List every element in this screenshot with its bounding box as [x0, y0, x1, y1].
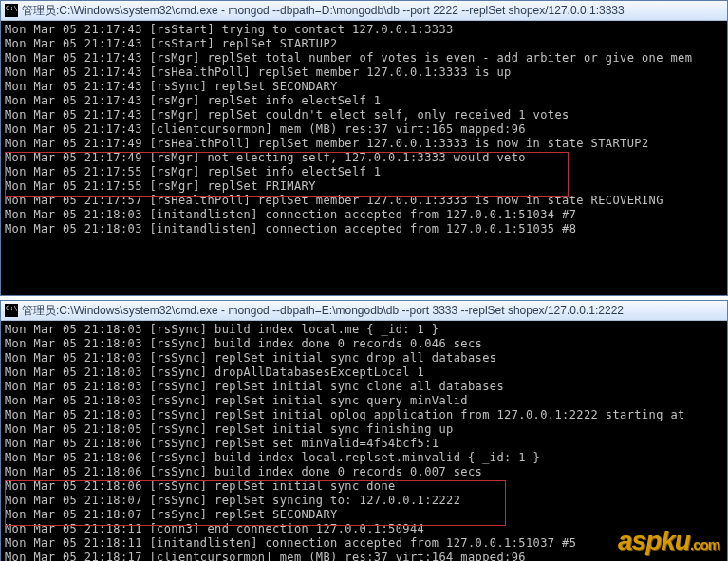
cmd-icon [5, 4, 18, 17]
titlebar-1[interactable]: 管理员: C:\Windows\system32\cmd.exe - mongo… [1, 1, 727, 21]
log-line: Mon Mar 05 21:17:49 [rsHealthPoll] replS… [5, 137, 725, 151]
log-line: Mon Mar 05 21:18:06 [rsSync] replSet set… [5, 437, 725, 451]
log-line: Mon Mar 05 21:18:11 [initandlisten] conn… [5, 536, 725, 551]
log-line: Mon Mar 05 21:18:17 [clientcursormon] me… [5, 551, 725, 561]
log-line: Mon Mar 05 21:17:43 [rsMgr] replSet info… [5, 94, 725, 108]
title-path-2: C:\Windows\system32\cmd.exe - mongod --d… [59, 304, 624, 317]
console-output-1[interactable]: Mon Mar 05 21:17:43 [rsStart] trying to … [1, 21, 727, 295]
console-output-2[interactable]: Mon Mar 05 21:18:03 [rsSync] build index… [1, 321, 727, 561]
log-line: Mon Mar 05 21:17:43 [rsStart] replSet ST… [5, 37, 725, 51]
log-line: Mon Mar 05 21:17:49 [rsMgr] not electing… [5, 151, 725, 165]
log-line: Mon Mar 05 21:17:43 [rsSync] replSet SEC… [5, 80, 725, 94]
titlebar-2[interactable]: 管理员: C:\Windows\system32\cmd.exe - mongo… [1, 301, 727, 321]
title-path-1: C:\Windows\system32\cmd.exe - mongod --d… [59, 4, 624, 17]
log-line: Mon Mar 05 21:17:43 [rsMgr] replSet tota… [5, 51, 725, 65]
log-line: Mon Mar 05 21:18:06 [rsSync] replSet ini… [5, 479, 725, 494]
log-line: Mon Mar 05 21:18:07 [rsSync] replSet syn… [5, 494, 725, 508]
title-prefix-2: 管理员: [22, 303, 59, 319]
log-line: Mon Mar 05 21:18:03 [initandlisten] conn… [5, 208, 725, 222]
log-line: Mon Mar 05 21:18:11 [conn3] end connecti… [5, 522, 725, 536]
log-line: Mon Mar 05 21:18:03 [rsSync] build index… [5, 337, 725, 351]
title-prefix-1: 管理员: [22, 3, 59, 19]
log-line: Mon Mar 05 21:17:55 [rsMgr] replSet PRIM… [5, 179, 725, 194]
log-line: Mon Mar 05 21:17:57 [rsHealthPoll] replS… [5, 194, 725, 208]
log-line: Mon Mar 05 21:17:43 [rsMgr] replSet coul… [5, 108, 725, 122]
log-line: Mon Mar 05 21:18:06 [rsSync] build index… [5, 451, 725, 465]
terminal-window-2: 管理员: C:\Windows\system32\cmd.exe - mongo… [0, 300, 728, 561]
log-line: Mon Mar 05 21:17:43 [rsHealthPoll] replS… [5, 65, 725, 80]
log-line: Mon Mar 05 21:18:03 [initandlisten] conn… [5, 222, 725, 236]
log-line: Mon Mar 05 21:18:03 [rsSync] replSet ini… [5, 351, 725, 365]
log-line: Mon Mar 05 21:18:03 [rsSync] replSet ini… [5, 394, 725, 408]
log-line: Mon Mar 05 21:17:43 [clientcursormon] me… [5, 122, 725, 137]
log-line: Mon Mar 05 21:18:03 [rsSync] dropAllData… [5, 365, 725, 380]
log-line: Mon Mar 05 21:18:06 [rsSync] build index… [5, 465, 725, 479]
log-line: Mon Mar 05 21:18:03 [rsSync] replSet ini… [5, 380, 725, 394]
log-line: Mon Mar 05 21:18:07 [rsSync] replSet SEC… [5, 508, 725, 522]
log-line: Mon Mar 05 21:18:03 [rsSync] build index… [5, 323, 725, 337]
terminal-window-1: 管理员: C:\Windows\system32\cmd.exe - mongo… [0, 0, 728, 296]
log-line: Mon Mar 05 21:17:43 [rsStart] trying to … [5, 23, 725, 37]
log-line: Mon Mar 05 21:18:05 [rsSync] replSet ini… [5, 422, 725, 437]
cmd-icon [5, 304, 18, 317]
log-line: Mon Mar 05 21:18:03 [rsSync] replSet ini… [5, 408, 725, 422]
log-line: Mon Mar 05 21:17:55 [rsMgr] replSet info… [5, 165, 725, 179]
